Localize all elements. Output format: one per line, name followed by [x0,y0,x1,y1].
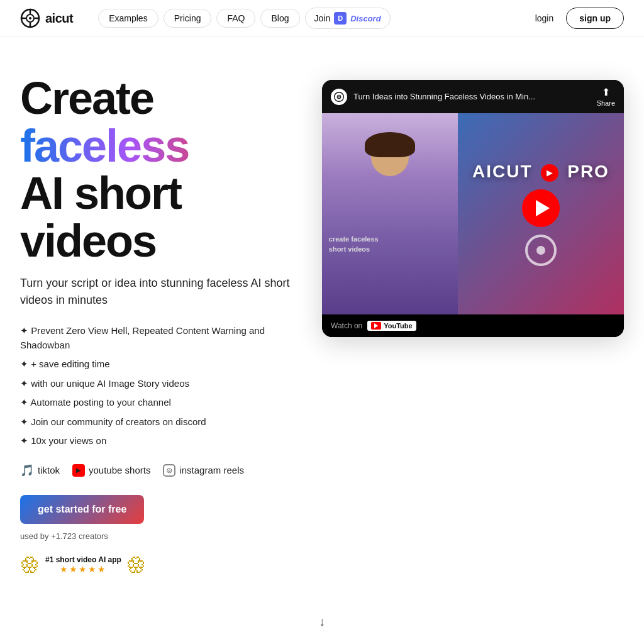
aicut-ring-icon [525,235,557,266]
header: aicut Examples Pricing FAQ Blog Join D D… [0,0,644,37]
woman-figure [322,113,458,314]
headline-ai-short: AI short [20,170,297,218]
award-title: #1 short video AI app [45,555,121,564]
platform-instagram: ◎ instagram reels [163,464,244,477]
feature-text-2: ✦ + save editing time [20,357,110,372]
play-button[interactable] [522,189,560,227]
hero-section: Create faceless AI short videos Turn you… [0,37,644,602]
feature-item: ✦ Prevent Zero View Hell, Repeated Conte… [20,324,297,352]
instagram-label: instagram reels [179,465,244,475]
platform-youtube: ▶ youtube shorts [72,464,150,477]
youtube-badge: YouTube [367,321,416,331]
nav-examples[interactable]: Examples [98,9,158,28]
play-inline: ▶ [541,164,558,182]
subheadline: Turn your script or idea into stunning f… [20,275,291,309]
video-background-image: create facelessshort videos [322,113,458,314]
discord-label: Discord [350,14,380,23]
share-button[interactable]: ⬆ Share [597,86,615,107]
feature-text-4: ✦ Automate posting to your channel [20,396,171,410]
nav-pricing[interactable]: Pricing [164,9,212,28]
headline-videos: videos [20,218,297,265]
instagram-icon: ◎ [163,464,175,477]
feature-text-6: ✦ 10x your views on [20,434,106,448]
youtube-play-icon [374,323,378,328]
share-label: Share [597,99,615,107]
youtube-icon [371,322,381,330]
nav-blog[interactable]: Blog [260,9,299,28]
tiktok-label: tiktok [38,465,60,475]
youtube-label: youtube shorts [89,465,150,475]
main-nav: Examples Pricing FAQ Blog Join D Discord [98,8,518,29]
svg-point-2 [29,17,31,19]
share-icon: ⬆ [602,86,610,98]
award-stars: ★★★★★ [45,564,121,574]
nav-discord[interactable]: Join D Discord [305,8,391,29]
feature-item: ✦ Join our community of creators on disc… [20,415,297,430]
svg-point-9 [338,96,340,97]
award-badge: 🏵 #1 short video AI app ★★★★★ 🏵 [20,553,297,577]
join-label: Join [314,13,331,23]
watch-on-label: Watch on [331,321,362,330]
feature-text-3: ✦ with our unique AI Image Story videos [20,377,189,391]
laurel-left: 🏵 [20,553,40,577]
video-footer: Watch on YouTube [322,314,624,337]
headline: Create faceless AI short videos [20,75,297,265]
award-text: #1 short video AI app ★★★★★ [45,555,121,574]
video-thumbnail[interactable]: create facelessshort videos AICUT ▶ PRO [322,113,624,314]
woman-head [371,138,409,176]
hero-right: Turn Ideas into Stunning Faceless Videos… [322,75,624,337]
used-by-text: used by +1.723 creators [20,531,297,541]
play-triangle-icon [536,200,550,216]
aicut-pro-label: AICUT ▶ PRO [472,162,609,182]
feature-item: ✦ + save editing time [20,357,297,372]
woman-hair [365,132,415,157]
feature-text-1: ✦ Prevent Zero View Hell, Repeated Conte… [20,324,297,352]
video-container: Turn Ideas into Stunning Faceless Videos… [322,80,624,337]
header-actions: login sign up [529,8,624,29]
video-title: Turn Ideas into Stunning Faceless Videos… [353,92,591,101]
headline-faceless: faceless [20,123,297,170]
logo-text: aicut [45,11,73,26]
headline-create: Create [20,75,297,123]
logo-icon [20,8,40,28]
login-button[interactable]: login [529,9,560,27]
nav-faq[interactable]: FAQ [216,9,255,28]
video-center: AICUT ▶ PRO [458,113,624,314]
hero-left: Create faceless AI short videos Turn you… [20,75,297,577]
youtube-label: YouTube [384,322,412,330]
logo[interactable]: aicut [20,8,73,28]
discord-icon: D [334,12,347,25]
laurel-right: 🏵 [126,553,147,577]
tiktok-icon: 🎵 [20,464,34,477]
signup-button[interactable]: sign up [566,8,624,29]
scroll-down-icon: ↓ [319,614,325,629]
video-overlay-text: create facelessshort videos [329,235,379,254]
video-logo-icon [331,89,347,105]
feature-item: ✦ 10x your views on [20,434,297,448]
platform-tiktok: 🎵 tiktok [20,464,60,477]
youtube-icon: ▶ [72,464,85,477]
features-list: ✦ Prevent Zero View Hell, Repeated Conte… [20,324,297,448]
video-header: Turn Ideas into Stunning Faceless Videos… [322,80,624,113]
cta-button[interactable]: get started for free [20,495,144,524]
feature-item: ✦ with our unique AI Image Story videos [20,377,297,391]
feature-text-5: ✦ Join our community of creators on disc… [20,415,206,430]
platforms-list: 🎵 tiktok ▶ youtube shorts ◎ instagram re… [20,464,297,477]
feature-item: ✦ Automate posting to your channel [20,396,297,410]
scroll-arrow: ↓ [0,614,644,629]
